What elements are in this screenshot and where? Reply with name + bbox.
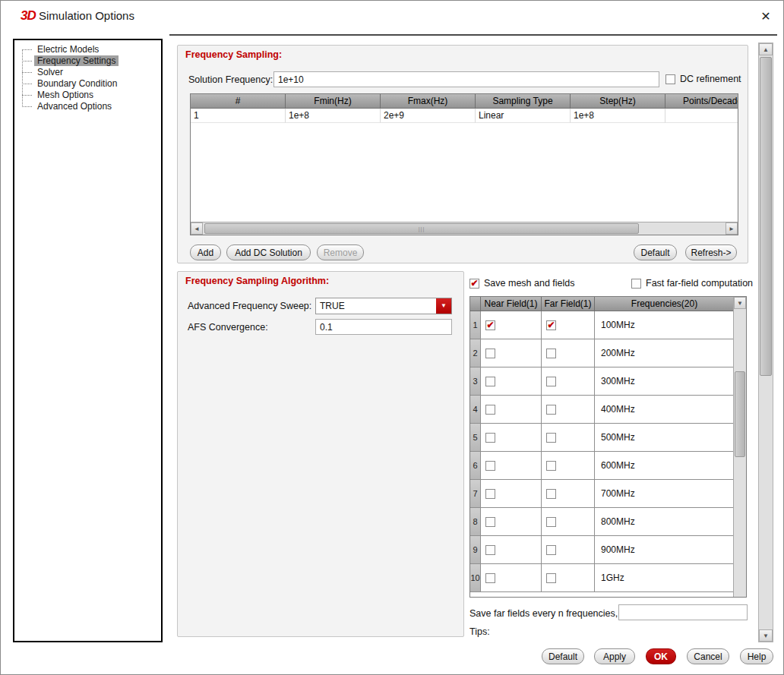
- table-row[interactable]: 1 1e+8 2e+9 Linear 1e+8: [191, 109, 738, 123]
- far-field-checkbox[interactable]: [546, 320, 556, 330]
- scroll-down-icon[interactable]: ▼: [734, 297, 746, 309]
- save-mesh-checkbox[interactable]: [469, 279, 479, 289]
- dropdown-value: TRUE: [320, 298, 345, 314]
- column-header-index: [470, 297, 481, 311]
- frequency-label: 500MHz: [595, 424, 735, 452]
- frequency-row: 10 1GHz: [470, 564, 735, 592]
- tree-item-solver[interactable]: Solver: [14, 67, 161, 78]
- near-field-checkbox[interactable]: [485, 377, 495, 386]
- scroll-left-icon[interactable]: ◄: [191, 222, 203, 235]
- far-field-checkbox[interactable]: [546, 517, 556, 527]
- table-header-row: # Fmin(Hz) Fmax(Hz) Sampling Type Step(H…: [191, 94, 738, 109]
- tree-item-electric-models[interactable]: Electric Models: [14, 44, 161, 55]
- far-field-checkbox[interactable]: [546, 405, 556, 415]
- scrollbar-thumb[interactable]: |||: [204, 223, 639, 234]
- near-field-checkbox[interactable]: [485, 405, 495, 415]
- row-number: 9: [470, 536, 481, 564]
- column-header: Frequencies(20): [595, 297, 735, 311]
- column-header: Fmin(Hz): [286, 94, 381, 109]
- row-number: 5: [470, 424, 481, 452]
- frequency-label: 400MHz: [595, 396, 735, 424]
- far-field-checkbox[interactable]: [546, 433, 556, 443]
- far-field-checkbox[interactable]: [546, 461, 556, 471]
- frequency-label: 200MHz: [595, 339, 735, 367]
- advanced-frequency-sweep-select[interactable]: TRUE ▼: [315, 298, 452, 314]
- afs-convergence-input[interactable]: [315, 319, 452, 335]
- column-header: Sampling Type: [476, 94, 571, 109]
- save-far-fields-input[interactable]: [618, 604, 748, 620]
- cancel-button[interactable]: Cancel: [687, 648, 729, 664]
- add-button[interactable]: Add: [190, 244, 221, 260]
- frequency-label: 100MHz: [595, 311, 735, 339]
- add-dc-solution-button[interactable]: Add DC Solution: [226, 244, 311, 260]
- settings-tree: Electric Models Frequency Settings Solve…: [13, 39, 163, 642]
- simulation-options-dialog: 3D Simulation Options ✕ Electric Models …: [0, 0, 784, 675]
- default-button[interactable]: Default: [634, 244, 677, 260]
- column-header: Near Field(1): [481, 297, 542, 311]
- save-far-fields-label: Save far fields every n frequencies, n=: [469, 608, 631, 619]
- cell-points-decade: [665, 109, 738, 123]
- far-field-checkbox[interactable]: [546, 349, 556, 358]
- frequency-label: 1GHz: [595, 564, 735, 592]
- frequency-row: 9 900MHz: [470, 536, 735, 564]
- tree-item-mesh-options[interactable]: Mesh Options: [14, 90, 161, 101]
- refresh-button[interactable]: Refresh->: [685, 244, 737, 260]
- cell-fmax: 2e+9: [381, 109, 476, 123]
- tree-item-frequency-settings[interactable]: Frequency Settings: [14, 55, 161, 67]
- help-button[interactable]: Help: [740, 648, 773, 664]
- tree-item-label: Boundary Condition: [34, 78, 120, 89]
- near-field-checkbox[interactable]: [485, 573, 495, 583]
- tree-item-boundary-condition[interactable]: Boundary Condition: [14, 78, 161, 90]
- dc-refinement-checkbox[interactable]: [665, 74, 675, 84]
- save-mesh-label: Save mesh and fields: [484, 278, 575, 289]
- close-icon[interactable]: ✕: [756, 7, 776, 27]
- title-bar: 3D Simulation Options ✕: [1, 1, 783, 34]
- frequency-label: 900MHz: [595, 536, 735, 564]
- row-number: 8: [470, 508, 481, 536]
- remove-button[interactable]: Remove: [317, 244, 364, 260]
- near-field-checkbox[interactable]: [485, 517, 495, 527]
- frequency-row: 1 100MHz: [470, 311, 735, 339]
- near-field-checkbox[interactable]: [485, 489, 495, 499]
- row-number: 1: [470, 311, 481, 339]
- ok-button[interactable]: OK: [646, 648, 676, 664]
- column-header: Points/Decade: [665, 94, 738, 109]
- tree-item-label: Solver: [34, 67, 66, 77]
- near-field-checkbox[interactable]: [485, 545, 495, 555]
- far-field-checkbox[interactable]: [546, 377, 556, 386]
- near-field-checkbox[interactable]: [485, 433, 495, 443]
- frequency-row: 8 800MHz: [470, 508, 735, 536]
- solution-frequency-label: Solution Frequency:: [188, 74, 273, 85]
- column-header: Far Field(1): [542, 297, 595, 311]
- scroll-right-icon[interactable]: ►: [726, 222, 738, 235]
- near-field-checkbox[interactable]: [485, 349, 495, 358]
- far-field-checkbox[interactable]: [546, 545, 556, 555]
- frequency-label: 800MHz: [595, 508, 735, 536]
- cell-fmin: 1e+8: [286, 109, 381, 123]
- main-vertical-scrollbar[interactable]: ▲ ▼: [758, 43, 773, 642]
- dropdown-arrow-icon[interactable]: ▼: [436, 298, 451, 314]
- cell-step: 1e+8: [571, 109, 665, 123]
- apply-button[interactable]: Apply: [594, 648, 635, 664]
- app-logo-icon: 3D: [21, 8, 36, 24]
- far-field-checkbox[interactable]: [546, 489, 556, 499]
- vertical-scrollbar[interactable]: ▲ ▼: [733, 297, 746, 597]
- scrollbar-thumb[interactable]: [735, 371, 745, 457]
- afs-convergence-label: AFS Convergence:: [188, 322, 268, 333]
- tree-item-advanced-options[interactable]: Advanced Options: [14, 101, 161, 112]
- horizontal-scrollbar[interactable]: ◄ ||| ►: [191, 222, 738, 235]
- dc-refinement-label: DC refinement: [680, 74, 741, 84]
- row-number: 3: [470, 367, 481, 396]
- scrollbar-thumb[interactable]: [760, 57, 772, 376]
- far-field-checkbox[interactable]: [546, 573, 556, 583]
- scroll-up-icon[interactable]: ▲: [759, 43, 773, 55]
- near-field-checkbox[interactable]: [485, 320, 495, 330]
- footer-default-button[interactable]: Default: [542, 648, 584, 664]
- scroll-down-icon[interactable]: ▼: [759, 629, 773, 642]
- tree-item-label: Electric Models: [34, 44, 102, 55]
- near-field-checkbox[interactable]: [485, 461, 495, 471]
- tree: Electric Models Frequency Settings Solve…: [14, 40, 161, 112]
- fast-far-field-checkbox[interactable]: [631, 279, 641, 289]
- solution-frequency-input[interactable]: [273, 71, 659, 87]
- row-number: 4: [470, 396, 481, 424]
